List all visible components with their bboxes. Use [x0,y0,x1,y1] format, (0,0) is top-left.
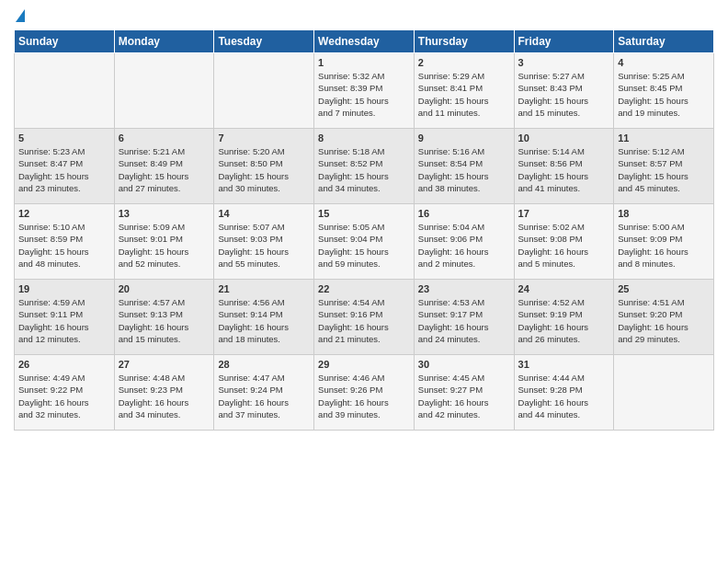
page: SundayMondayTuesdayWednesdayThursdayFrid… [0,0,728,440]
day-number: 28 [218,359,310,370]
calendar-cell: 21Sunrise: 4:56 AM Sunset: 9:14 PM Dayli… [214,280,314,355]
calendar-cell [114,53,214,129]
day-info: Sunrise: 5:10 AM Sunset: 8:59 PM Dayligh… [18,221,110,270]
day-number: 31 [518,359,610,370]
day-number: 3 [518,57,610,68]
day-info: Sunrise: 4:49 AM Sunset: 9:22 PM Dayligh… [18,372,110,420]
day-number: 17 [518,208,610,219]
day-info: Sunrise: 5:07 AM Sunset: 9:03 PM Dayligh… [218,221,310,270]
day-header-wednesday: Wednesday [314,30,415,53]
day-number: 1 [318,57,410,68]
week-row-3: 12Sunrise: 5:10 AM Sunset: 8:59 PM Dayli… [15,204,714,280]
day-info: Sunrise: 5:18 AM Sunset: 8:52 PM Dayligh… [318,145,410,194]
day-header-sunday: Sunday [15,30,115,53]
calendar-cell: 12Sunrise: 5:10 AM Sunset: 8:59 PM Dayli… [15,204,115,280]
calendar-cell: 29Sunrise: 4:46 AM Sunset: 9:26 PM Dayli… [314,355,415,431]
calendar-cell: 8Sunrise: 5:18 AM Sunset: 8:52 PM Daylig… [314,129,415,204]
day-number: 22 [318,283,410,294]
calendar-header: SundayMondayTuesdayWednesdayThursdayFrid… [15,30,714,53]
day-number: 5 [18,132,110,144]
calendar-cell: 20Sunrise: 4:57 AM Sunset: 9:13 PM Dayli… [114,280,214,355]
day-info: Sunrise: 4:52 AM Sunset: 9:19 PM Dayligh… [518,296,610,345]
day-number: 19 [18,283,110,294]
calendar-cell: 5Sunrise: 5:23 AM Sunset: 8:47 PM Daylig… [15,129,115,204]
calendar-cell: 4Sunrise: 5:25 AM Sunset: 8:45 PM Daylig… [614,53,714,129]
calendar-cell [614,355,714,431]
calendar-cell: 17Sunrise: 5:02 AM Sunset: 9:08 PM Dayli… [514,204,614,280]
calendar-cell: 13Sunrise: 5:09 AM Sunset: 9:01 PM Dayli… [114,204,214,280]
day-header-monday: Monday [114,30,214,53]
calendar-cell: 23Sunrise: 4:53 AM Sunset: 9:17 PM Dayli… [414,280,514,355]
day-number: 21 [218,283,310,294]
week-row-4: 19Sunrise: 4:59 AM Sunset: 9:11 PM Dayli… [15,280,714,355]
day-info: Sunrise: 4:53 AM Sunset: 9:17 PM Dayligh… [418,296,510,345]
calendar-cell: 28Sunrise: 4:47 AM Sunset: 9:24 PM Dayli… [214,355,314,431]
day-info: Sunrise: 4:56 AM Sunset: 9:14 PM Dayligh… [218,296,310,345]
calendar-cell: 24Sunrise: 4:52 AM Sunset: 9:19 PM Dayli… [514,280,614,355]
day-info: Sunrise: 5:16 AM Sunset: 8:54 PM Dayligh… [418,145,510,194]
day-number: 4 [618,57,710,68]
day-info: Sunrise: 5:02 AM Sunset: 9:08 PM Dayligh… [518,221,610,270]
day-info: Sunrise: 5:21 AM Sunset: 8:49 PM Dayligh… [119,145,210,194]
day-info: Sunrise: 5:29 AM Sunset: 8:41 PM Dayligh… [418,70,510,119]
day-header-thursday: Thursday [414,30,514,53]
day-info: Sunrise: 4:45 AM Sunset: 9:27 PM Dayligh… [418,372,510,420]
day-number: 24 [518,283,610,294]
calendar-cell: 18Sunrise: 5:00 AM Sunset: 9:09 PM Dayli… [614,204,714,280]
day-info: Sunrise: 4:46 AM Sunset: 9:26 PM Dayligh… [318,372,410,420]
header-row: SundayMondayTuesdayWednesdayThursdayFrid… [15,30,714,53]
week-row-2: 5Sunrise: 5:23 AM Sunset: 8:47 PM Daylig… [15,129,714,204]
day-number: 14 [218,208,310,219]
logo-triangle-icon [16,9,25,22]
day-header-friday: Friday [514,30,614,53]
day-info: Sunrise: 4:47 AM Sunset: 9:24 PM Dayligh… [218,372,310,420]
calendar-cell: 15Sunrise: 5:05 AM Sunset: 9:04 PM Dayli… [314,204,415,280]
calendar-cell: 2Sunrise: 5:29 AM Sunset: 8:41 PM Daylig… [414,53,514,129]
calendar-body: 1Sunrise: 5:32 AM Sunset: 8:39 PM Daylig… [15,53,714,431]
day-number: 29 [318,359,410,370]
day-header-tuesday: Tuesday [214,30,314,53]
day-number: 15 [318,208,410,219]
calendar-cell: 14Sunrise: 5:07 AM Sunset: 9:03 PM Dayli… [214,204,314,280]
day-info: Sunrise: 4:59 AM Sunset: 9:11 PM Dayligh… [18,296,110,345]
calendar-cell: 9Sunrise: 5:16 AM Sunset: 8:54 PM Daylig… [414,129,514,204]
day-number: 9 [418,132,510,144]
calendar-cell: 30Sunrise: 4:45 AM Sunset: 9:27 PM Dayli… [414,355,514,431]
day-info: Sunrise: 5:23 AM Sunset: 8:47 PM Dayligh… [18,145,110,194]
day-number: 11 [618,132,710,144]
day-number: 16 [418,208,510,219]
day-number: 26 [18,359,110,370]
day-number: 2 [418,57,510,68]
calendar-cell: 10Sunrise: 5:14 AM Sunset: 8:56 PM Dayli… [514,129,614,204]
calendar-cell: 25Sunrise: 4:51 AM Sunset: 9:20 PM Dayli… [614,280,714,355]
day-number: 25 [618,283,710,294]
day-number: 20 [119,283,210,294]
day-info: Sunrise: 5:04 AM Sunset: 9:06 PM Dayligh… [418,221,510,270]
day-info: Sunrise: 5:20 AM Sunset: 8:50 PM Dayligh… [218,145,310,194]
day-number: 23 [418,283,510,294]
day-info: Sunrise: 5:05 AM Sunset: 9:04 PM Dayligh… [318,221,410,270]
calendar-cell: 22Sunrise: 4:54 AM Sunset: 9:16 PM Dayli… [314,280,415,355]
calendar-cell: 31Sunrise: 4:44 AM Sunset: 9:28 PM Dayli… [514,355,614,431]
day-number: 6 [119,132,210,144]
week-row-1: 1Sunrise: 5:32 AM Sunset: 8:39 PM Daylig… [15,53,714,129]
header [14,9,714,22]
day-info: Sunrise: 4:57 AM Sunset: 9:13 PM Dayligh… [119,296,210,345]
calendar-cell: 3Sunrise: 5:27 AM Sunset: 8:43 PM Daylig… [514,53,614,129]
day-number: 7 [218,132,310,144]
calendar-cell [15,53,115,129]
day-info: Sunrise: 5:27 AM Sunset: 8:43 PM Dayligh… [518,70,610,119]
day-info: Sunrise: 5:25 AM Sunset: 8:45 PM Dayligh… [618,70,710,119]
calendar-cell: 27Sunrise: 4:48 AM Sunset: 9:23 PM Dayli… [114,355,214,431]
day-info: Sunrise: 5:12 AM Sunset: 8:57 PM Dayligh… [618,145,710,194]
day-number: 8 [318,132,410,144]
calendar-cell: 11Sunrise: 5:12 AM Sunset: 8:57 PM Dayli… [614,129,714,204]
week-row-5: 26Sunrise: 4:49 AM Sunset: 9:22 PM Dayli… [15,355,714,431]
day-info: Sunrise: 4:51 AM Sunset: 9:20 PM Dayligh… [618,296,710,345]
day-number: 27 [119,359,210,370]
calendar-cell [214,53,314,129]
calendar-cell: 16Sunrise: 5:04 AM Sunset: 9:06 PM Dayli… [414,204,514,280]
calendar-cell: 26Sunrise: 4:49 AM Sunset: 9:22 PM Dayli… [15,355,115,431]
day-number: 12 [18,208,110,219]
calendar-cell: 6Sunrise: 5:21 AM Sunset: 8:49 PM Daylig… [114,129,214,204]
